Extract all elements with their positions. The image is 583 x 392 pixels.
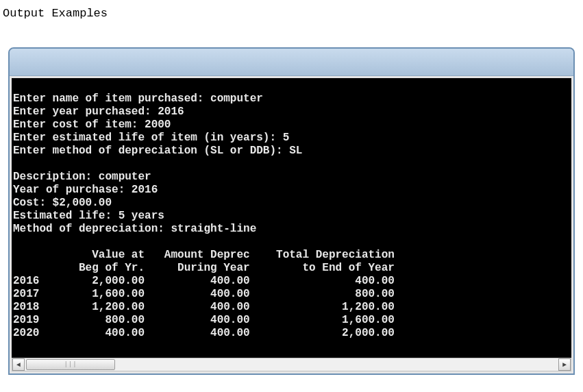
- page-heading: Output Examples: [0, 0, 583, 20]
- scrollbar-track[interactable]: |||: [25, 358, 558, 371]
- prompt-label: Enter name of item purchased:: [13, 93, 210, 105]
- summary-method: Method of depreciation: straight-line: [13, 223, 256, 235]
- prompt-value: 5: [283, 132, 290, 144]
- horizontal-scrollbar[interactable]: ◄ ||| ►: [12, 358, 571, 371]
- summary-label: Description:: [13, 171, 99, 183]
- table-row: 2017 1,600.00 400.00 800.00: [13, 288, 395, 300]
- scrollbar-thumb[interactable]: |||: [26, 359, 115, 370]
- summary-label: Method of depreciation:: [13, 223, 171, 235]
- summary-label: Estimated life:: [13, 210, 119, 222]
- table-row: 2019 800.00 400.00 1,600.00: [13, 314, 395, 326]
- summary-year: Year of purchase: 2016: [13, 184, 158, 196]
- prompt-value: 2016: [158, 106, 184, 118]
- summary-description: Description: computer: [13, 171, 151, 183]
- prompt-value: computer: [210, 93, 263, 105]
- prompt-life: Enter estimated life of item (in years):…: [13, 132, 289, 144]
- summary-cost: Cost: $2,000.00: [13, 197, 112, 209]
- table-row: 2018 1,200.00 400.00 1,200.00: [13, 301, 395, 313]
- chevron-right-icon: ►: [562, 361, 567, 369]
- prompt-value: SL: [289, 145, 302, 157]
- summary-value: $2,000.00: [53, 197, 112, 209]
- window-titlebar: [10, 49, 573, 76]
- table-row: 2020 400.00 400.00 2,000.00: [13, 327, 395, 339]
- prompt-value: 2000: [145, 119, 171, 131]
- summary-life: Estimated life: 5 years: [13, 210, 164, 222]
- grip-icon: |||: [64, 361, 77, 368]
- prompt-label: Enter year purchased:: [13, 106, 158, 118]
- table-row: 2016 2,000.00 400.00 400.00: [13, 275, 395, 287]
- scroll-right-button[interactable]: ►: [558, 358, 571, 371]
- summary-value: straight-line: [171, 223, 256, 235]
- console-wrap: Enter name of item purchased: computer E…: [10, 76, 573, 373]
- table-header-row-1: Value at Amount Deprec Total Depreciatio…: [13, 249, 395, 261]
- console-output: Enter name of item purchased: computer E…: [12, 78, 571, 358]
- summary-label: Year of purchase:: [13, 184, 132, 196]
- table-header-row-2: Beg of Yr. During Year to End of Year: [13, 262, 395, 274]
- summary-value: computer: [99, 171, 151, 183]
- prompt-year: Enter year purchased: 2016: [13, 106, 184, 118]
- prompt-label: Enter cost of item:: [13, 119, 145, 131]
- summary-label: Cost:: [13, 197, 53, 209]
- console-window: Enter name of item purchased: computer E…: [8, 47, 575, 375]
- prompt-label: Enter method of depreciation (SL or DDB)…: [13, 145, 289, 157]
- prompt-cost: Enter cost of item: 2000: [13, 119, 171, 131]
- prompt-method: Enter method of depreciation (SL or DDB)…: [13, 145, 302, 157]
- chevron-left-icon: ◄: [16, 361, 21, 369]
- prompt-label: Enter estimated life of item (in years):: [13, 132, 283, 144]
- scroll-left-button[interactable]: ◄: [12, 358, 25, 371]
- summary-value: 2016: [132, 184, 158, 196]
- prompt-item-name: Enter name of item purchased: computer: [13, 93, 263, 105]
- summary-value: 5 years: [119, 210, 164, 222]
